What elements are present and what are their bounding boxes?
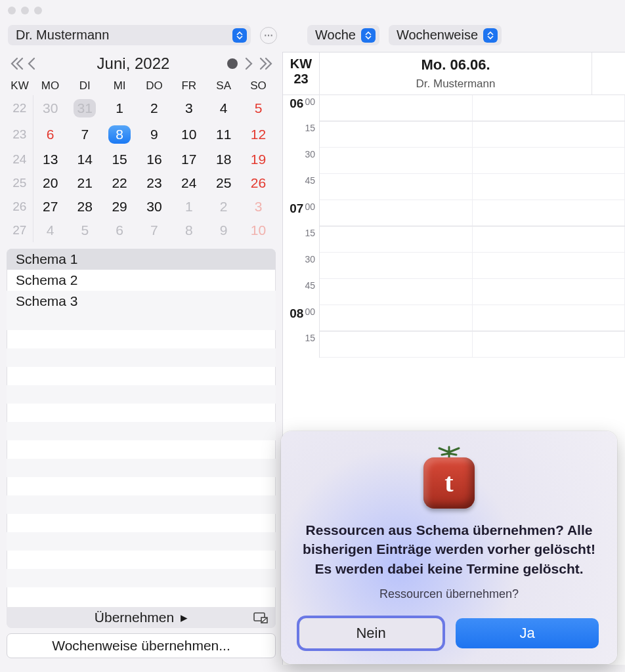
calendar-day[interactable]: 3 xyxy=(241,195,276,219)
calendar-day[interactable]: 19 xyxy=(241,148,276,171)
calendar-header-fr: FR xyxy=(171,77,206,95)
calendar-day[interactable]: 5 xyxy=(241,95,276,121)
updown-icon xyxy=(483,28,498,43)
mode-select[interactable]: Wochenweise xyxy=(389,25,502,45)
calendar-day[interactable]: 17 xyxy=(171,148,206,171)
time-slot[interactable] xyxy=(320,148,473,174)
kw-number: 23 xyxy=(283,72,319,87)
calendar-day[interactable]: 2 xyxy=(206,195,241,219)
kw-cell: 27 xyxy=(7,219,33,242)
schema-list-item[interactable]: Schema 2 xyxy=(7,270,276,291)
calendar-day[interactable]: 30 xyxy=(137,195,172,219)
detach-icon[interactable] xyxy=(253,612,268,623)
minimize-window-button[interactable] xyxy=(21,7,29,14)
schema-list-item[interactable]: Schema 3 xyxy=(7,291,276,312)
calendar-day[interactable]: 12 xyxy=(241,121,276,148)
calendar-day[interactable]: 11 xyxy=(206,121,241,148)
calendar-header-mi: MI xyxy=(102,77,137,95)
close-window-button[interactable] xyxy=(8,7,16,14)
month-calendar: KWMODIMIDOFRSASO 22303112345236789101112… xyxy=(7,77,276,242)
toolbar: Dr. Mustermann ⋯ Woche Wochenweise xyxy=(0,21,625,52)
calendar-day[interactable]: 6 xyxy=(102,219,137,242)
time-slot[interactable] xyxy=(320,253,473,279)
prev-year-button[interactable] xyxy=(9,56,24,71)
time-slot[interactable] xyxy=(320,200,473,226)
app-icon: t xyxy=(420,450,479,509)
time-slot[interactable] xyxy=(320,174,473,200)
calendar-day[interactable]: 30 xyxy=(33,95,68,121)
window-titlebar xyxy=(0,0,625,21)
calendar-day[interactable]: 9 xyxy=(206,219,241,242)
calendar-day[interactable]: 4 xyxy=(206,95,241,121)
calendar-day[interactable]: 25 xyxy=(206,171,241,195)
time-slot[interactable] xyxy=(320,331,473,358)
time-label: 0800 xyxy=(283,305,320,331)
mode-select-value: Wochenweise xyxy=(397,28,478,43)
calendar-day[interactable]: 3 xyxy=(171,95,206,121)
confirm-dialog: t Ressourcen aus Schema übernehmen? Alle… xyxy=(281,431,617,664)
time-slot[interactable] xyxy=(320,95,473,121)
prev-month-button[interactable] xyxy=(25,56,39,71)
calendar-header-kw: KW xyxy=(7,77,33,95)
calendar-day[interactable]: 5 xyxy=(68,219,102,242)
calendar-day[interactable]: 4 xyxy=(33,219,68,242)
view-select-value: Woche xyxy=(315,28,356,43)
calendar-day[interactable]: 9 xyxy=(137,121,172,148)
calendar-day[interactable]: 10 xyxy=(171,121,206,148)
calendar-day[interactable]: 28 xyxy=(68,195,102,219)
calendar-day[interactable]: 29 xyxy=(102,195,137,219)
calendar-day[interactable]: 7 xyxy=(137,219,172,242)
time-slot[interactable] xyxy=(320,226,473,253)
time-slot[interactable] xyxy=(320,279,473,305)
calendar-day[interactable]: 22 xyxy=(102,171,137,195)
calendar-day[interactable]: 13 xyxy=(33,148,68,171)
calendar-day[interactable]: 18 xyxy=(206,148,241,171)
dialog-yes-button[interactable]: Ja xyxy=(456,618,599,648)
next-month-button[interactable] xyxy=(242,56,256,71)
calendar-day[interactable]: 1 xyxy=(102,95,137,121)
apply-button-label: Übernehmen xyxy=(95,610,174,625)
calendar-day[interactable]: 21 xyxy=(68,171,102,195)
day-column-header: Mo. 06.06. Dr. Mustermann xyxy=(320,52,592,94)
calendar-day[interactable]: 2 xyxy=(137,95,172,121)
dialog-yes-label: Ja xyxy=(519,625,534,641)
calendar-day[interactable]: 1 xyxy=(171,195,206,219)
calendar-day[interactable]: 16 xyxy=(137,148,172,171)
schema-list-item[interactable]: Schema 1 xyxy=(7,249,276,270)
week-number-header: KW 23 xyxy=(283,52,320,94)
time-label: 0600 xyxy=(283,95,320,121)
calendar-day[interactable]: 31 xyxy=(68,95,102,121)
zoom-window-button[interactable] xyxy=(34,7,42,14)
calendar-day[interactable]: 10 xyxy=(241,219,276,242)
view-select[interactable]: Woche xyxy=(307,25,379,45)
schema-list[interactable]: Schema 1Schema 2Schema 3 xyxy=(7,249,276,607)
chevrons-left-icon xyxy=(9,56,24,71)
kw-label: KW xyxy=(283,56,319,72)
kw-cell: 24 xyxy=(7,148,33,171)
weekly-apply-button[interactable]: Wochenweise übernehmen... xyxy=(7,633,276,658)
calendar-day[interactable]: 20 xyxy=(33,171,68,195)
apply-button[interactable]: Übernehmen ▸ xyxy=(7,607,276,628)
calendar-day[interactable]: 27 xyxy=(33,195,68,219)
calendar-day[interactable]: 6 xyxy=(33,121,68,148)
dialog-no-button[interactable]: Nein xyxy=(299,618,442,648)
calendar-day[interactable]: 8 xyxy=(102,121,137,148)
calendar-day[interactable]: 15 xyxy=(102,148,137,171)
next-year-button[interactable] xyxy=(259,56,273,71)
calendar-day[interactable]: 23 xyxy=(137,171,172,195)
month-title: Juni, 2022 xyxy=(97,54,170,73)
calendar-header-so: SO xyxy=(241,77,276,95)
time-label: 45 xyxy=(283,279,320,305)
calendar-day[interactable]: 8 xyxy=(171,219,206,242)
calendar-day[interactable]: 26 xyxy=(241,171,276,195)
more-options-button[interactable]: ⋯ xyxy=(260,27,277,44)
calendar-day[interactable]: 24 xyxy=(171,171,206,195)
resource-select[interactable]: Dr. Mustermann xyxy=(8,25,251,45)
time-slot[interactable] xyxy=(320,121,473,148)
calendar-header-di: DI xyxy=(68,77,102,95)
time-slot[interactable] xyxy=(320,305,473,331)
calendar-day[interactable]: 14 xyxy=(68,148,102,171)
day-resource: Dr. Mustermann xyxy=(320,77,592,91)
today-button[interactable] xyxy=(227,58,238,69)
calendar-day[interactable]: 7 xyxy=(68,121,102,148)
